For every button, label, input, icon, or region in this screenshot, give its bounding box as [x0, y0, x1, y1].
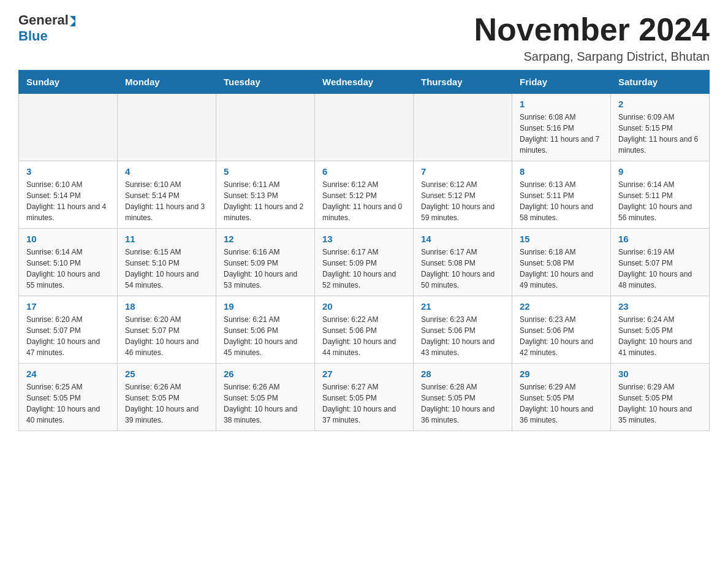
- day-number: 3: [26, 166, 110, 177]
- day-info: Sunrise: 6:18 AMSunset: 5:08 PMDaylight:…: [520, 247, 603, 291]
- calendar-cell: 13Sunrise: 6:17 AMSunset: 5:09 PMDayligh…: [315, 229, 414, 296]
- day-number: 24: [26, 369, 110, 379]
- day-info: Sunrise: 6:19 AMSunset: 5:07 PMDaylight:…: [618, 247, 702, 291]
- day-info: Sunrise: 6:23 AMSunset: 5:06 PMDaylight:…: [520, 314, 603, 358]
- day-info: Sunrise: 6:21 AMSunset: 5:06 PMDaylight:…: [224, 314, 307, 358]
- day-info: Sunrise: 6:24 AMSunset: 5:05 PMDaylight:…: [618, 314, 702, 358]
- calendar-cell: 28Sunrise: 6:28 AMSunset: 5:05 PMDayligh…: [414, 364, 512, 431]
- calendar-cell: 9Sunrise: 6:14 AMSunset: 5:11 PMDaylight…: [611, 161, 710, 229]
- day-info: Sunrise: 6:22 AMSunset: 5:06 PMDaylight:…: [322, 314, 406, 358]
- day-info: Sunrise: 6:20 AMSunset: 5:07 PMDaylight:…: [125, 314, 208, 358]
- day-number: 1: [520, 99, 603, 109]
- title-block: November 2024 Sarpang, Sarpang District,…: [474, 12, 710, 64]
- weekday-header-saturday: Saturday: [611, 71, 710, 94]
- calendar-cell: [118, 94, 216, 161]
- day-number: 8: [520, 166, 603, 177]
- day-number: 18: [125, 301, 208, 312]
- day-number: 22: [520, 301, 603, 312]
- day-number: 17: [26, 301, 110, 312]
- day-number: 19: [224, 301, 307, 312]
- day-info: Sunrise: 6:26 AMSunset: 5:05 PMDaylight:…: [224, 381, 307, 426]
- calendar-cell: 16Sunrise: 6:19 AMSunset: 5:07 PMDayligh…: [611, 229, 710, 296]
- calendar-cell: [315, 94, 414, 161]
- day-number: 20: [322, 301, 406, 312]
- weekday-header-row: SundayMondayTuesdayWednesdayThursdayFrid…: [19, 71, 710, 94]
- calendar-cell: 1Sunrise: 6:08 AMSunset: 5:16 PMDaylight…: [512, 94, 611, 161]
- day-number: 14: [421, 234, 504, 244]
- day-number: 9: [618, 166, 702, 177]
- calendar-cell: 25Sunrise: 6:26 AMSunset: 5:05 PMDayligh…: [118, 364, 216, 431]
- day-info: Sunrise: 6:11 AMSunset: 5:13 PMDaylight:…: [224, 179, 307, 223]
- page-header: General Blue November 2024 Sarpang, Sarp…: [18, 12, 710, 64]
- day-info: Sunrise: 6:10 AMSunset: 5:14 PMDaylight:…: [125, 179, 208, 223]
- calendar-cell: 20Sunrise: 6:22 AMSunset: 5:06 PMDayligh…: [315, 296, 414, 364]
- calendar-cell: 12Sunrise: 6:16 AMSunset: 5:09 PMDayligh…: [216, 229, 315, 296]
- day-info: Sunrise: 6:14 AMSunset: 5:11 PMDaylight:…: [618, 179, 702, 223]
- day-number: 27: [322, 369, 406, 379]
- day-number: 4: [125, 166, 208, 177]
- day-info: Sunrise: 6:13 AMSunset: 5:11 PMDaylight:…: [520, 179, 603, 223]
- day-info: Sunrise: 6:26 AMSunset: 5:05 PMDaylight:…: [125, 381, 208, 426]
- calendar-cell: 18Sunrise: 6:20 AMSunset: 5:07 PMDayligh…: [118, 296, 216, 364]
- weekday-header-wednesday: Wednesday: [315, 71, 414, 94]
- day-info: Sunrise: 6:16 AMSunset: 5:09 PMDaylight:…: [224, 247, 307, 291]
- logo: General Blue: [18, 12, 75, 44]
- weekday-header-tuesday: Tuesday: [216, 71, 315, 94]
- calendar-cell: 2Sunrise: 6:09 AMSunset: 5:15 PMDaylight…: [611, 94, 710, 161]
- day-info: Sunrise: 6:15 AMSunset: 5:10 PMDaylight:…: [125, 247, 208, 291]
- day-number: 21: [421, 301, 504, 312]
- calendar-cell: 27Sunrise: 6:27 AMSunset: 5:05 PMDayligh…: [315, 364, 414, 431]
- day-number: 28: [421, 369, 504, 379]
- day-number: 7: [421, 166, 504, 177]
- calendar-cell: 7Sunrise: 6:12 AMSunset: 5:12 PMDaylight…: [414, 161, 512, 229]
- logo-blue-text: Blue: [18, 28, 48, 44]
- calendar-cell: 3Sunrise: 6:10 AMSunset: 5:14 PMDaylight…: [19, 161, 118, 229]
- calendar-table: SundayMondayTuesdayWednesdayThursdayFrid…: [18, 70, 710, 431]
- day-number: 12: [224, 234, 307, 244]
- day-info: Sunrise: 6:29 AMSunset: 5:05 PMDaylight:…: [520, 381, 603, 426]
- location-text: Sarpang, Sarpang District, Bhutan: [474, 50, 710, 64]
- day-info: Sunrise: 6:09 AMSunset: 5:15 PMDaylight:…: [618, 112, 702, 156]
- weekday-header-sunday: Sunday: [19, 71, 118, 94]
- day-info: Sunrise: 6:14 AMSunset: 5:10 PMDaylight:…: [26, 247, 110, 291]
- day-number: 10: [26, 234, 110, 244]
- day-number: 15: [520, 234, 603, 244]
- calendar-cell: [216, 94, 315, 161]
- day-number: 11: [125, 234, 208, 244]
- calendar-cell: 30Sunrise: 6:29 AMSunset: 5:05 PMDayligh…: [611, 364, 710, 431]
- calendar-cell: 6Sunrise: 6:12 AMSunset: 5:12 PMDaylight…: [315, 161, 414, 229]
- calendar-cell: 4Sunrise: 6:10 AMSunset: 5:14 PMDaylight…: [118, 161, 216, 229]
- day-info: Sunrise: 6:08 AMSunset: 5:16 PMDaylight:…: [520, 112, 603, 156]
- day-info: Sunrise: 6:17 AMSunset: 5:08 PMDaylight:…: [421, 247, 504, 291]
- day-info: Sunrise: 6:12 AMSunset: 5:12 PMDaylight:…: [421, 179, 504, 223]
- day-info: Sunrise: 6:12 AMSunset: 5:12 PMDaylight:…: [322, 179, 406, 223]
- day-info: Sunrise: 6:25 AMSunset: 5:05 PMDaylight:…: [26, 381, 110, 426]
- day-info: Sunrise: 6:27 AMSunset: 5:05 PMDaylight:…: [322, 381, 406, 426]
- day-info: Sunrise: 6:20 AMSunset: 5:07 PMDaylight:…: [26, 314, 110, 358]
- calendar-cell: 26Sunrise: 6:26 AMSunset: 5:05 PMDayligh…: [216, 364, 315, 431]
- calendar-cell: 10Sunrise: 6:14 AMSunset: 5:10 PMDayligh…: [19, 229, 118, 296]
- day-number: 29: [520, 369, 603, 379]
- calendar-cell: 24Sunrise: 6:25 AMSunset: 5:05 PMDayligh…: [19, 364, 118, 431]
- week-row-4: 17Sunrise: 6:20 AMSunset: 5:07 PMDayligh…: [19, 296, 710, 364]
- week-row-1: 1Sunrise: 6:08 AMSunset: 5:16 PMDaylight…: [19, 94, 710, 161]
- calendar-cell: 22Sunrise: 6:23 AMSunset: 5:06 PMDayligh…: [512, 296, 611, 364]
- calendar-cell: 21Sunrise: 6:23 AMSunset: 5:06 PMDayligh…: [414, 296, 512, 364]
- calendar-cell: 29Sunrise: 6:29 AMSunset: 5:05 PMDayligh…: [512, 364, 611, 431]
- day-info: Sunrise: 6:28 AMSunset: 5:05 PMDaylight:…: [421, 381, 504, 426]
- calendar-cell: [19, 94, 118, 161]
- calendar-cell: 8Sunrise: 6:13 AMSunset: 5:11 PMDaylight…: [512, 161, 611, 229]
- week-row-3: 10Sunrise: 6:14 AMSunset: 5:10 PMDayligh…: [19, 229, 710, 296]
- weekday-header-thursday: Thursday: [414, 71, 512, 94]
- calendar-cell: 5Sunrise: 6:11 AMSunset: 5:13 PMDaylight…: [216, 161, 315, 229]
- day-number: 25: [125, 369, 208, 379]
- day-number: 2: [618, 99, 702, 109]
- calendar-cell: 19Sunrise: 6:21 AMSunset: 5:06 PMDayligh…: [216, 296, 315, 364]
- day-info: Sunrise: 6:10 AMSunset: 5:14 PMDaylight:…: [26, 179, 110, 223]
- calendar-cell: 11Sunrise: 6:15 AMSunset: 5:10 PMDayligh…: [118, 229, 216, 296]
- logo-general-text: General: [18, 12, 69, 28]
- weekday-header-friday: Friday: [512, 71, 611, 94]
- day-info: Sunrise: 6:17 AMSunset: 5:09 PMDaylight:…: [322, 247, 406, 291]
- calendar-cell: 15Sunrise: 6:18 AMSunset: 5:08 PMDayligh…: [512, 229, 611, 296]
- day-number: 30: [618, 369, 702, 379]
